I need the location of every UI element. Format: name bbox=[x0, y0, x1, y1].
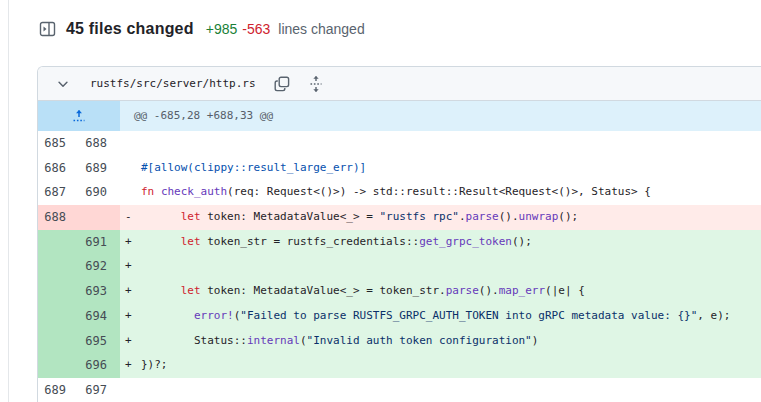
new-line-number[interactable]: 688 bbox=[79, 131, 120, 156]
files-changed-count: 45 files changed bbox=[66, 20, 194, 38]
hunk-header-row: @@ -685,28 +688,33 @@ bbox=[38, 101, 761, 131]
new-line-number[interactable]: 697 bbox=[79, 378, 120, 402]
diff-marker: + bbox=[120, 254, 141, 279]
old-line-number[interactable] bbox=[38, 304, 79, 329]
diff-marker bbox=[120, 131, 141, 156]
old-line-number[interactable]: 685 bbox=[38, 131, 79, 156]
panel-divider bbox=[8, 0, 9, 402]
diff-row: 692+ bbox=[38, 254, 761, 279]
new-line-number[interactable]: 693 bbox=[79, 279, 120, 304]
diff-row: 696+})?; bbox=[38, 353, 761, 378]
old-line-number[interactable] bbox=[38, 329, 79, 354]
new-line-number[interactable]: 692 bbox=[79, 254, 120, 279]
old-line-number[interactable] bbox=[38, 254, 79, 279]
old-line-number[interactable]: 689 bbox=[38, 378, 79, 402]
chevron-down-icon bbox=[56, 77, 70, 91]
diff-row: 685688 bbox=[38, 131, 761, 156]
sidebar-expand-icon bbox=[39, 21, 56, 37]
code-cell: fn check_auth(req: Request<()>) -> std::… bbox=[120, 180, 761, 205]
old-line-number[interactable]: 687 bbox=[38, 180, 79, 205]
code-cell: + Status::internal("Invalid auth token c… bbox=[120, 329, 761, 354]
diff-marker: + bbox=[120, 230, 141, 255]
unfold-icon bbox=[308, 75, 324, 93]
copy-path-button[interactable] bbox=[270, 73, 294, 95]
diff-marker bbox=[120, 180, 141, 205]
diff-row: 688- let token: MetadataValue<_> = "rust… bbox=[38, 205, 761, 230]
code-line: #[allow(clippy::result_large_err)] bbox=[141, 156, 366, 181]
diff-row: 686689#[allow(clippy::result_large_err)] bbox=[38, 156, 761, 181]
diff-marker: - bbox=[120, 205, 141, 230]
code-cell: + bbox=[120, 254, 761, 279]
new-line-number[interactable]: 696 bbox=[79, 353, 120, 378]
code-line: })?; bbox=[141, 353, 168, 378]
diff-row: 693+ let token: MetadataValue<_> = token… bbox=[38, 279, 761, 304]
copy-icon bbox=[274, 76, 290, 92]
hunk-header-text: @@ -685,28 +688,33 @@ bbox=[120, 101, 761, 131]
diff-row: 691+ let token_str = rustfs_credentials:… bbox=[38, 230, 761, 255]
file-header: rustfs/src/server/http.rs bbox=[38, 67, 761, 101]
code-cell: + let token: MetadataValue<_> = token_st… bbox=[120, 279, 761, 304]
diff-row: 689697 bbox=[38, 378, 761, 402]
code-line: error!("Failed to parse RUSTFS_GRPC_AUTH… bbox=[141, 304, 730, 329]
code-cell: + let token_str = rustfs_credentials::ge… bbox=[120, 230, 761, 255]
diff-marker bbox=[120, 378, 141, 402]
expand-all-button[interactable] bbox=[304, 73, 328, 95]
expand-hunk-up-button[interactable] bbox=[38, 101, 120, 131]
code-line: Status::internal("Invalid auth token con… bbox=[141, 329, 538, 354]
code-line: let token_str = rustfs_credentials::get_… bbox=[141, 230, 532, 255]
code-line: let token: MetadataValue<_> = "rustfs rp… bbox=[141, 205, 578, 230]
lines-changed-label: lines changed bbox=[278, 21, 364, 37]
new-line-number[interactable] bbox=[79, 205, 120, 230]
code-cell: - let token: MetadataValue<_> = "rustfs … bbox=[120, 205, 761, 230]
old-line-number[interactable] bbox=[38, 230, 79, 255]
fold-up-icon bbox=[70, 107, 88, 125]
new-line-number[interactable]: 691 bbox=[79, 230, 120, 255]
code-cell: +})?; bbox=[120, 353, 761, 378]
diff-marker: + bbox=[120, 279, 141, 304]
diff-row: 695+ Status::internal("Invalid auth toke… bbox=[38, 329, 761, 354]
code-cell bbox=[120, 131, 761, 156]
diff-rows: 685688686689#[allow(clippy::result_large… bbox=[38, 131, 761, 402]
code-line: let token: MetadataValue<_> = token_str.… bbox=[141, 279, 585, 304]
old-line-number[interactable] bbox=[38, 353, 79, 378]
code-cell: #[allow(clippy::result_large_err)] bbox=[120, 156, 761, 181]
deletions-count: -563 bbox=[242, 21, 270, 37]
diff-marker bbox=[120, 156, 141, 181]
old-line-number[interactable] bbox=[38, 279, 79, 304]
diff-row: 694+ error!("Failed to parse RUSTFS_GRPC… bbox=[38, 304, 761, 329]
additions-count: +985 bbox=[206, 21, 238, 37]
old-line-number[interactable]: 688 bbox=[38, 205, 79, 230]
diff-summary-bar: 45 files changed +985 -563 lines changed bbox=[36, 18, 365, 40]
diff-marker: + bbox=[120, 329, 141, 354]
new-line-number[interactable]: 689 bbox=[79, 156, 120, 181]
code-cell: + error!("Failed to parse RUSTFS_GRPC_AU… bbox=[120, 304, 761, 329]
diff-marker: + bbox=[120, 304, 141, 329]
new-line-number[interactable]: 695 bbox=[79, 329, 120, 354]
collapse-file-button[interactable] bbox=[52, 73, 74, 95]
code-line: fn check_auth(req: Request<()>) -> std::… bbox=[141, 180, 651, 205]
diff-marker: + bbox=[120, 353, 141, 378]
file-tree-toggle-button[interactable] bbox=[36, 18, 58, 40]
file-diff-panel: rustfs/src/server/http.rs @ bbox=[37, 66, 761, 402]
new-line-number[interactable]: 690 bbox=[79, 180, 120, 205]
file-path[interactable]: rustfs/src/server/http.rs bbox=[90, 77, 256, 90]
diff-row: 687690fn check_auth(req: Request<()>) ->… bbox=[38, 180, 761, 205]
old-line-number[interactable]: 686 bbox=[38, 156, 79, 181]
new-line-number[interactable]: 694 bbox=[79, 304, 120, 329]
code-cell bbox=[120, 378, 761, 402]
